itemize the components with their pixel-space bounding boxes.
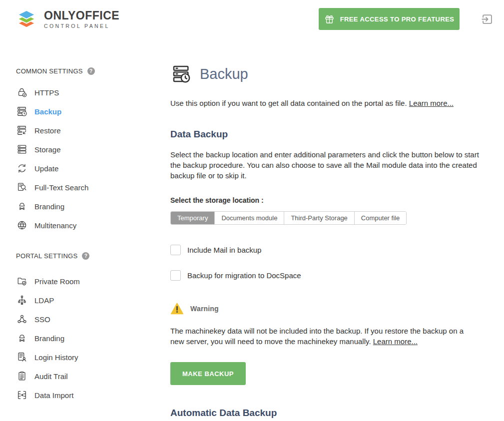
servers-restore-icon [16,124,28,136]
include-mail-checkbox[interactable] [170,245,181,255]
portal-settings-nav: Private Room LDAP [16,272,170,405]
sidebar-item-multitenancy[interactable]: Multitenancy [16,216,170,235]
sidebar-item-label: Update [34,164,58,173]
docspace-migration-checkbox[interactable] [170,270,181,281]
sidebar-item-data-import[interactable]: Data Import [16,386,170,405]
sidebar-item-label: SSO [34,315,50,324]
make-backup-button[interactable]: MAKE BACKUP [170,362,246,385]
sidebar-item-label: HTTPS [34,88,59,97]
tab-third-party-storage[interactable]: Third-Party Storage [284,212,354,224]
sidebar-item-storage[interactable]: Storage [16,140,170,159]
portal-settings-section-title: PORTAL SETTINGS ? [16,252,170,260]
sign-out-icon[interactable] [481,12,494,26]
logo-subtitle: CONTROL PANEL [44,23,119,29]
sidebar-item-restore[interactable]: Restore [16,121,170,140]
logo-title: ONLYOFFICE [44,9,119,21]
document-search-icon [16,181,28,193]
storage-location-tabs: Temporary Documents module Third-Party S… [170,211,407,225]
warning-text: The machinekey data will not be included… [170,326,479,347]
sidebar-item-full-text-search[interactable]: Full-Text Search [16,178,170,197]
sidebar-item-audit-trail[interactable]: Audit Trail [16,367,170,386]
sidebar-item-label: Branding [34,202,64,211]
sidebar-item-private-room[interactable]: Private Room [16,272,170,291]
free-access-pro-button[interactable]: FREE ACCESS TO PRO FEATURES [319,8,460,30]
folder-shield-icon [16,275,28,287]
sidebar-item-branding-portal[interactable]: Branding [16,329,170,348]
document-user-icon [16,351,28,363]
sidebar-item-label: Branding [34,334,64,343]
sidebar-item-update[interactable]: Update [16,159,170,178]
warning-learn-more-link[interactable]: Learn more... [373,337,418,346]
hat-bowtie-icon [16,332,28,344]
storage-location-label: Select the storage location : [170,196,480,205]
tab-temporary[interactable]: Temporary [171,212,214,224]
docspace-migration-row: Backup for migration to DocSpace [170,270,480,281]
automatic-data-backup-heading: Automatic Data Backup [170,407,480,419]
servers-import-icon [16,389,28,401]
sidebar-item-sso[interactable]: SSO [16,310,170,329]
lock-check-icon [16,86,28,98]
docspace-migration-label[interactable]: Backup for migration to DocSpace [187,271,301,280]
include-mail-label[interactable]: Include Mail in backup [187,246,261,254]
learn-more-link[interactable]: Learn more... [409,99,454,107]
header: ONLYOFFICE CONTROL PANEL FREE ACCESS TO … [0,0,504,38]
onlyoffice-logo[interactable]: ONLYOFFICE CONTROL PANEL [15,8,119,29]
help-icon[interactable]: ? [82,252,89,260]
servers-icon [16,143,28,155]
sidebar-item-label: Audit Trail [34,372,68,381]
sidebar-item-label: Login History [34,353,78,362]
hat-bowtie-icon [16,200,28,212]
logo-layers-icon [15,8,38,29]
sidebar-item-label: Data Import [34,391,73,400]
globe-icon [16,219,28,231]
sidebar-item-backup[interactable]: Backup [16,102,170,121]
gift-icon [324,14,335,24]
sidebar-item-login-history[interactable]: Login History [16,348,170,367]
sidebar-item-label: Private Room [34,277,80,286]
backup-page-icon [170,64,192,84]
sidebar-item-label: Storage [34,145,61,154]
page-title-row: Backup [170,63,480,85]
common-settings-section-title: COMMON SETTINGS ? [16,67,170,75]
warning-title: Warning [190,305,219,313]
tab-documents-module[interactable]: Documents module [214,212,284,224]
clipboard-icon [16,370,28,382]
sidebar-item-label: Backup [34,107,61,116]
hierarchy-icon [16,294,28,306]
sidebar-item-ldap[interactable]: LDAP [16,291,170,310]
data-backup-heading: Data Backup [170,128,480,140]
refresh-icon [16,162,28,174]
sidebar-item-label: LDAP [34,296,54,305]
sidebar: COMMON SETTINGS ? HTTPS [0,38,170,419]
warning-header: Warning [170,303,480,315]
sidebar-item-label: Full-Text Search [34,183,88,192]
data-backup-description: Select the backup location and enter add… [170,149,479,181]
intro-text: Use this option if you want to get all d… [170,98,480,108]
page-title: Backup [200,66,248,82]
main-content: Backup Use this option if you want to ge… [170,38,480,419]
sidebar-item-label: Multitenancy [34,221,76,230]
help-icon[interactable]: ? [87,67,95,75]
sidebar-item-branding[interactable]: Branding [16,197,170,216]
sidebar-item-https[interactable]: HTTPS [16,83,170,102]
common-settings-nav: HTTPS Backup [16,83,170,235]
sidebar-item-label: Restore [34,126,61,135]
include-mail-row: Include Mail in backup [170,245,480,255]
warning-triangle-icon [170,303,184,315]
free-access-pro-label: FREE ACCESS TO PRO FEATURES [340,15,455,23]
servers-clock-icon [16,105,28,117]
nodes-icon [16,313,28,325]
tab-computer-file[interactable]: Computer file [354,212,406,224]
